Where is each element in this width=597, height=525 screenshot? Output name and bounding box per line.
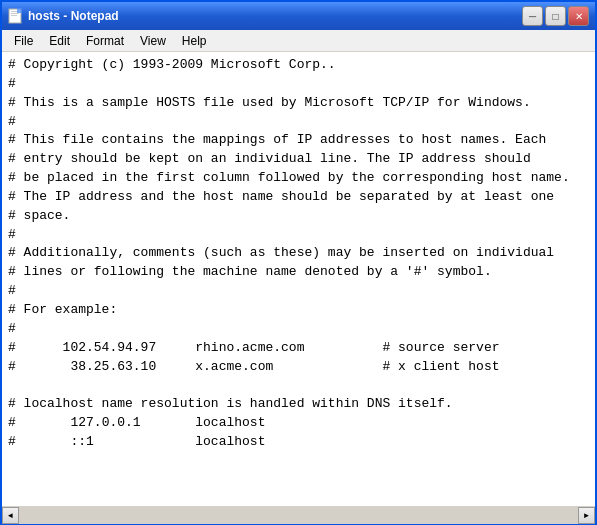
menu-help[interactable]: Help [174,30,215,51]
menu-format[interactable]: Format [78,30,132,51]
minimize-button[interactable]: ─ [522,6,543,26]
window-controls: ─ □ ✕ [522,6,589,26]
scroll-right-button[interactable]: ► [578,507,595,524]
text-editor[interactable] [2,52,595,506]
menu-view[interactable]: View [132,30,174,51]
text-area-container [2,52,595,506]
menu-edit[interactable]: Edit [41,30,78,51]
svg-rect-3 [11,15,17,16]
horizontal-scrollbar: ◄ ► [2,506,595,523]
menu-file[interactable]: File [6,30,41,51]
close-button[interactable]: ✕ [568,6,589,26]
main-window: hosts - Notepad ─ □ ✕ File Edit Format V… [0,0,597,525]
scroll-left-button[interactable]: ◄ [2,507,19,524]
maximize-button[interactable]: □ [545,6,566,26]
window-title: hosts - Notepad [28,9,522,23]
svg-rect-4 [17,8,22,13]
title-bar: hosts - Notepad ─ □ ✕ [2,2,595,30]
scroll-track[interactable] [19,507,578,524]
menu-bar: File Edit Format View Help [2,30,595,52]
app-icon [8,8,24,24]
svg-rect-2 [11,13,19,14]
